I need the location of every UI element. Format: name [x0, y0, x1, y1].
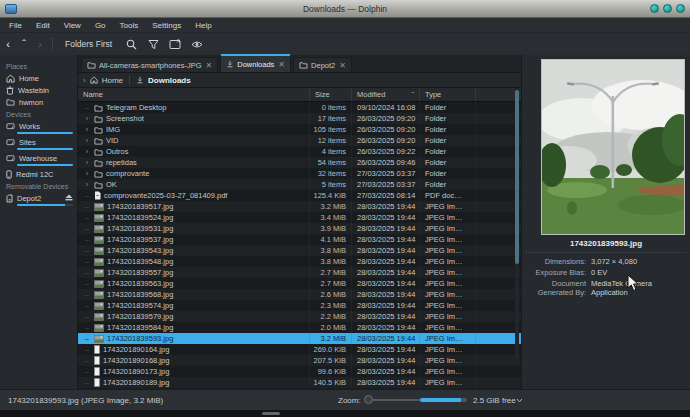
search-icon[interactable]	[122, 36, 140, 52]
menu-item-edit[interactable]: Edit	[36, 21, 50, 30]
tab-depot2[interactable]: Depot2 ✕	[293, 57, 352, 72]
menu-item-go[interactable]: Go	[95, 21, 106, 30]
expander-icon[interactable]: –	[83, 192, 91, 199]
expander-icon[interactable]: –	[83, 214, 91, 221]
scrollbar-thumb[interactable]	[515, 90, 519, 264]
expander-icon[interactable]: ›	[83, 170, 91, 177]
sidebar-item-redmi-12c[interactable]: Redmi 12C	[0, 168, 77, 180]
vertical-scrollbar[interactable]	[515, 88, 519, 359]
table-row[interactable]: – 1743201839584.jpg 2.0 MiB 28/03/2025 1…	[78, 322, 521, 333]
sidebar-item-works[interactable]: Works	[0, 120, 77, 132]
preview-toggle-icon[interactable]	[188, 36, 206, 52]
split-view-icon[interactable]	[166, 36, 184, 52]
image-thumbnail-icon	[94, 335, 104, 343]
expander-icon[interactable]: ›	[83, 115, 91, 122]
column-size[interactable]: Size	[310, 88, 352, 101]
table-row[interactable]: – 1743201890173.jpg 99.6 KiB 28/03/2025 …	[78, 366, 521, 377]
table-row[interactable]: › VID 12 items 26/03/2025 09:20 Folder	[78, 135, 521, 146]
expander-icon[interactable]: ›	[83, 159, 91, 166]
table-row[interactable]: – 1743201890189.jpg 140.5 KiB 28/03/2025…	[78, 377, 521, 388]
expander-icon[interactable]: –	[83, 269, 91, 276]
sidebar-item-depot2[interactable]: Depot2	[0, 192, 77, 204]
table-row[interactable]: – 1743201839537.jpg 4.1 MiB 28/03/2025 1…	[78, 234, 521, 245]
minimize-button[interactable]	[650, 4, 659, 13]
table-row[interactable]: – 1743201839531.jpg 3.9 MiB 28/03/2025 1…	[78, 223, 521, 234]
close-icon[interactable]: ✕	[339, 61, 346, 70]
menu-item-settings[interactable]: Settings	[152, 21, 181, 30]
expander-icon[interactable]: –	[83, 324, 91, 331]
table-row[interactable]: – 1743201890168.jpg 207.5 KiB 28/03/2025…	[78, 355, 521, 366]
table-row[interactable]: – 1743201839579.jpg 2.2 MiB 28/03/2025 1…	[78, 311, 521, 322]
table-row[interactable]: – 1743201839548.jpg 3.8 MiB 28/03/2025 1…	[78, 256, 521, 267]
expander-icon[interactable]: ›	[83, 126, 91, 133]
back-button[interactable]: ‹	[0, 38, 16, 50]
sidebar-item-home[interactable]: Home	[0, 72, 77, 84]
breadcrumb-expander-icon[interactable]: ›	[83, 76, 86, 85]
breadcrumb-current[interactable]: Downloads	[148, 76, 191, 85]
table-row[interactable]: › IMG 105 items 26/03/2025 09:20 Folder	[78, 124, 521, 135]
menu-item-file[interactable]: File	[9, 21, 22, 30]
eject-icon[interactable]	[65, 194, 73, 201]
expander-icon[interactable]: –	[83, 357, 91, 364]
expander-icon[interactable]: –	[83, 346, 91, 353]
table-row[interactable]: – 1743201839593.jpg 3.2 MiB 28/03/2025 1…	[78, 333, 521, 344]
table-row[interactable]: – 1743201890164.jpg 269.0 KiB 28/03/2025…	[78, 344, 521, 355]
expander-icon[interactable]: –	[83, 379, 91, 386]
expander-icon[interactable]: –	[83, 225, 91, 232]
expander-icon[interactable]: –	[83, 247, 91, 254]
expander-icon[interactable]: –	[83, 291, 91, 298]
table-row[interactable]: – Telegram Desktop 0 items 09/10/2024 16…	[78, 102, 521, 113]
sidebar-item-wastebin[interactable]: Wastebin	[0, 84, 77, 96]
expander-icon[interactable]: –	[83, 203, 91, 210]
sidebar-item-hwmon[interactable]: hwmon	[0, 96, 77, 108]
table-row[interactable]: – 1743201839563.jpg 2.7 MiB 28/03/2025 1…	[78, 278, 521, 289]
table-row[interactable]: › OK 5 items 27/03/2025 03:37 Folder	[78, 179, 521, 190]
table-row[interactable]: – 1743201839524.jpg 3.4 MiB 28/03/2025 1…	[78, 212, 521, 223]
expander-icon[interactable]: –	[83, 236, 91, 243]
expander-icon[interactable]: –	[83, 302, 91, 309]
table-row[interactable]: › repetidas 54 items 26/03/2025 09:46 Fo…	[78, 157, 521, 168]
menu-item-view[interactable]: View	[64, 21, 81, 30]
tab-downloads[interactable]: Downloads ✕	[220, 54, 291, 72]
table-row[interactable]: – 1743201839543.jpg 3.8 MiB 28/03/2025 1…	[78, 245, 521, 256]
zoom-slider-handle[interactable]	[364, 395, 373, 404]
sidebar-item-warehouse[interactable]: Warehouse	[0, 152, 77, 164]
table-row[interactable]: › Outros 4 items 26/03/2025 09:22 Folder	[78, 146, 521, 157]
filter-icon[interactable]	[144, 36, 162, 52]
tab-all-cameras-smartphones-jpg[interactable]: All-cameras-smartphones-JPG ✕	[81, 57, 218, 72]
column-type[interactable]: Type	[420, 88, 476, 101]
sort-mode-button[interactable]: Folders First	[59, 39, 118, 49]
menu-item-tools[interactable]: Tools	[120, 21, 139, 30]
forward-button[interactable]: ›	[32, 38, 48, 50]
expander-icon[interactable]: –	[83, 368, 91, 375]
up-button[interactable]: ˆ	[16, 38, 32, 50]
close-button[interactable]	[676, 4, 685, 13]
expander-icon[interactable]: ›	[83, 137, 91, 144]
mouse-cursor	[627, 274, 639, 292]
breadcrumb-home[interactable]: Home	[102, 76, 123, 85]
expander-icon[interactable]: –	[83, 258, 91, 265]
table-row[interactable]: – 1743201839574.jpg 2.3 MiB 28/03/2025 1…	[78, 300, 521, 311]
table-row[interactable]: – comprovante2025-03-27_081409.pdf 125.4…	[78, 190, 521, 201]
chevron-down-icon[interactable]	[516, 398, 523, 403]
expander-icon[interactable]: –	[83, 335, 91, 342]
file-type: Folder	[420, 113, 476, 124]
expander-icon[interactable]: –	[83, 104, 91, 111]
table-row[interactable]: – 1743201839557.jpg 2.7 MiB 28/03/2025 1…	[78, 267, 521, 278]
table-row[interactable]: – 1743201839517.jpg 3.2 MiB 28/03/2025 1…	[78, 201, 521, 212]
column-modified[interactable]: Modifiedˆ	[352, 88, 420, 101]
maximize-button[interactable]	[663, 4, 672, 13]
table-row[interactable]: › Screenshot 17 items 26/03/2025 09:20 F…	[78, 113, 521, 124]
column-name[interactable]: Name	[78, 88, 310, 101]
close-icon[interactable]: ✕	[278, 60, 285, 69]
sidebar-item-sites[interactable]: Sites	[0, 136, 77, 148]
expander-icon[interactable]: ›	[83, 148, 91, 155]
table-row[interactable]: › comprovante 32 items 27/03/2025 03:37 …	[78, 168, 521, 179]
expander-icon[interactable]: ›	[83, 181, 91, 188]
menu-item-help[interactable]: Help	[195, 21, 211, 30]
titlebar[interactable]: Downloads — Dolphin	[0, 0, 690, 18]
table-row[interactable]: – 1743201839568.jpg 2.6 MiB 28/03/2025 1…	[78, 289, 521, 300]
expander-icon[interactable]: –	[83, 313, 91, 320]
close-icon[interactable]: ✕	[206, 61, 213, 70]
expander-icon[interactable]: –	[83, 280, 91, 287]
